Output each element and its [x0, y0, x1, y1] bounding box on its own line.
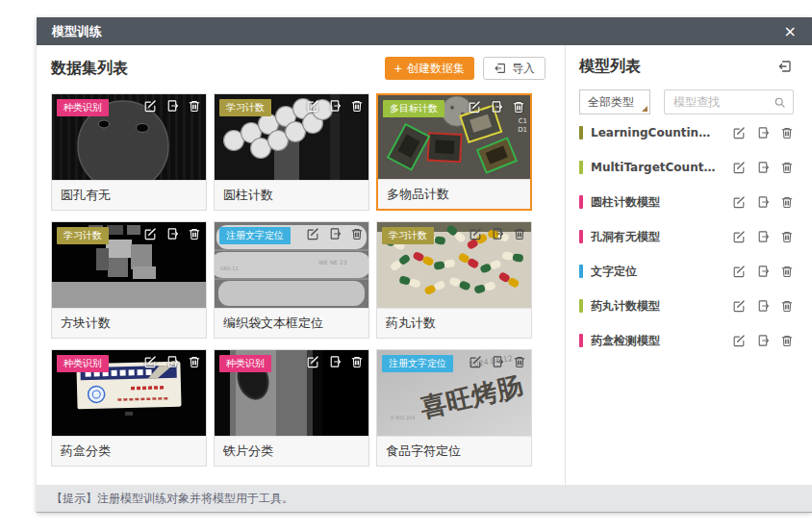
dataset-card[interactable]: 种类识别 铁片分类 [214, 349, 369, 467]
delete-icon[interactable] [780, 265, 794, 278]
dataset-card-grid: * A51 种类识别 圆孔有无 学习计数 圆柱计数 [51, 93, 532, 467]
delete-icon[interactable] [513, 355, 526, 368]
model-list-item[interactable]: 圆柱计数模型 [579, 185, 794, 219]
dataset-panel-header: 数据集列表 + 创建数据集 导入 [51, 53, 546, 84]
edit-icon[interactable] [732, 126, 746, 139]
delete-icon[interactable] [350, 355, 364, 368]
dataset-thumbnail: WE NE 23 GRS-11 注册文字定位 [215, 222, 368, 308]
card-actions [469, 227, 526, 240]
dataset-card[interactable]: WE NE 23 GRS-11 注册文字定位 编织袋文本框定位 [214, 221, 369, 339]
export-icon[interactable] [328, 99, 342, 113]
export-icon[interactable] [756, 195, 770, 209]
edit-icon[interactable] [469, 355, 482, 368]
model-list-item[interactable]: 药丸计数模型 [579, 289, 794, 323]
model-search-box [664, 89, 794, 114]
dataset-title: 圆柱计数 [215, 180, 368, 210]
model-type-dropdown[interactable]: 全部类型 [579, 89, 650, 114]
dataset-type-badge: 学习计数 [382, 227, 434, 244]
delete-icon[interactable] [188, 99, 201, 113]
create-dataset-button[interactable]: + 创建数据集 [385, 57, 474, 80]
delete-icon[interactable] [350, 99, 364, 113]
export-icon[interactable] [756, 265, 770, 278]
edit-icon[interactable] [732, 299, 746, 313]
delete-icon[interactable] [512, 100, 525, 114]
model-color-bar [579, 334, 583, 347]
model-name: MultiTargetCounting_25... [591, 161, 716, 174]
edit-icon[interactable] [732, 265, 746, 278]
edit-icon[interactable] [732, 195, 746, 209]
edit-icon[interactable] [468, 100, 481, 114]
model-list-item[interactable]: MultiTargetCounting_25... [579, 150, 794, 185]
close-icon[interactable]: × [784, 24, 797, 39]
model-name: 文字定位 [591, 264, 716, 280]
model-color-bar [579, 265, 583, 278]
export-icon[interactable] [490, 100, 503, 114]
delete-icon[interactable] [513, 227, 526, 240]
export-icon[interactable] [165, 355, 179, 368]
class-labels: C1D1 [518, 117, 527, 135]
dataset-card[interactable]: 学习计数 药丸计数 [376, 221, 532, 339]
dataset-card[interactable]: 学习计数 圆柱计数 [214, 93, 369, 211]
delete-icon[interactable] [188, 227, 201, 240]
dataset-type-badge: 学习计数 [219, 99, 271, 116]
delete-icon[interactable] [780, 195, 794, 209]
edit-icon[interactable] [306, 227, 319, 240]
import-model-icon[interactable] [777, 59, 793, 74]
export-icon[interactable] [491, 355, 504, 368]
card-actions [143, 99, 201, 113]
edit-icon[interactable] [306, 99, 319, 113]
export-icon[interactable] [756, 299, 770, 313]
model-list-item[interactable]: 药盒检测模型 [579, 323, 794, 358]
dataset-card[interactable]: 多目标计数 C1D1 多物品计数 [376, 93, 532, 211]
export-icon[interactable] [756, 126, 770, 139]
model-list-item[interactable]: 孔洞有无模型 [579, 219, 794, 254]
export-icon[interactable] [328, 355, 342, 368]
dataset-thumbnail: * A51 种类识别 [52, 94, 206, 180]
dataset-title: 多物品计数 [378, 179, 530, 209]
delete-icon[interactable] [350, 227, 364, 240]
edit-icon[interactable] [143, 227, 157, 240]
export-icon[interactable] [165, 99, 179, 113]
export-icon[interactable] [491, 227, 504, 240]
export-icon[interactable] [328, 227, 342, 240]
dataset-thumbnail: 2024.06.12 喜旺烤肠 8 901 234 注册文字定位 [377, 350, 531, 436]
svg-text:8 901 234: 8 901 234 [391, 415, 415, 420]
delete-icon[interactable] [780, 161, 794, 174]
model-list-item[interactable]: 文字定位 [579, 254, 794, 289]
model-search-input[interactable] [672, 94, 774, 110]
dataset-type-badge: 学习计数 [57, 227, 109, 244]
edit-icon[interactable] [732, 161, 746, 174]
dataset-thumbnail: 种类识别 [52, 350, 206, 436]
edit-icon[interactable] [732, 230, 746, 243]
dataset-card[interactable]: 2024.06.12 喜旺烤肠 8 901 234 注册文字定位 食品字符定位 [376, 349, 532, 467]
dataset-card[interactable]: 种类识别 药盒分类 [51, 349, 207, 467]
model-list-item[interactable]: LearningCounting_25080... [579, 115, 794, 150]
dataset-title: 药盒分类 [52, 436, 206, 466]
export-icon[interactable] [756, 161, 770, 174]
import-dataset-button[interactable]: 导入 [483, 57, 546, 80]
edit-icon[interactable] [143, 355, 157, 368]
dataset-title: 方块计数 [52, 308, 206, 338]
delete-icon[interactable] [780, 230, 794, 243]
delete-icon[interactable] [780, 126, 794, 139]
edit-icon[interactable] [469, 227, 482, 240]
dataset-list-heading: 数据集列表 [51, 59, 128, 79]
dataset-type-badge: 种类识别 [57, 355, 109, 372]
edit-icon[interactable] [306, 355, 319, 368]
dataset-type-badge: 种类识别 [219, 355, 271, 372]
edit-icon[interactable] [143, 99, 157, 113]
dataset-card[interactable]: 学习计数 方块计数 [51, 221, 207, 339]
dataset-title: 圆孔有无 [52, 180, 206, 210]
export-icon[interactable] [756, 334, 770, 347]
export-icon[interactable] [165, 227, 179, 240]
search-icon[interactable] [774, 96, 786, 109]
export-icon[interactable] [756, 230, 770, 243]
model-type-value: 全部类型 [588, 94, 634, 111]
delete-icon[interactable] [188, 355, 201, 368]
delete-icon[interactable] [780, 334, 794, 347]
card-actions [143, 355, 201, 368]
dataset-card[interactable]: * A51 种类识别 圆孔有无 [51, 93, 207, 211]
edit-icon[interactable] [732, 334, 746, 347]
dataset-thumbnail: 多目标计数 C1D1 [378, 95, 530, 179]
delete-icon[interactable] [780, 299, 794, 313]
